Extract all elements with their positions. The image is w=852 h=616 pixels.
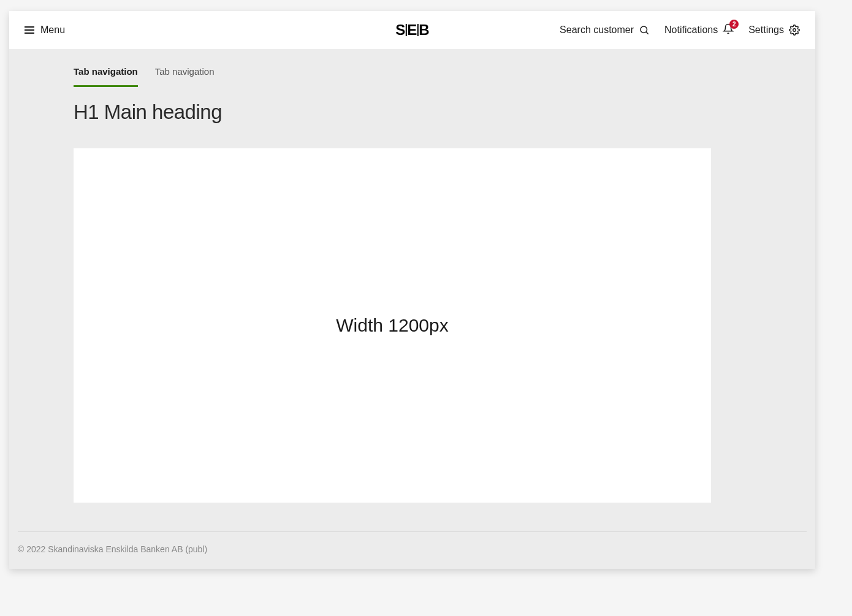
search-icon — [639, 25, 650, 36]
top-bar: Menu SEB Search customer Notifications — [9, 11, 815, 49]
menu-label: Menu — [40, 25, 65, 36]
tab-navigation-1[interactable]: Tab navigation — [74, 58, 138, 87]
content-area: Tab navigation Tab navigation H1 Main he… — [9, 49, 815, 503]
app-shell: Menu SEB Search customer Notifications — [9, 11, 815, 569]
bell-wrapper: 2 — [723, 23, 734, 37]
footer: © 2022 Skandinaviska Enskilda Banken AB … — [18, 531, 807, 554]
menu-button[interactable]: Menu — [25, 25, 65, 36]
logo-text: SEB — [395, 21, 428, 39]
notifications-button[interactable]: Notifications 2 — [664, 23, 734, 37]
card-text: Width 1200px — [336, 315, 448, 336]
svg-point-2 — [793, 29, 796, 32]
search-customer-button[interactable]: Search customer — [560, 25, 650, 36]
notifications-badge: 2 — [729, 20, 739, 29]
svg-line-1 — [646, 32, 648, 34]
copyright-text: © 2022 Skandinaviska Enskilda Banken AB … — [18, 544, 207, 554]
svg-point-0 — [641, 26, 647, 33]
notifications-label: Notifications — [664, 25, 718, 36]
tab-row: Tab navigation Tab navigation — [74, 49, 815, 87]
app-wrapper: Menu SEB Search customer Notifications — [0, 0, 852, 616]
settings-label: Settings — [748, 25, 784, 36]
tab-navigation-2[interactable]: Tab navigation — [155, 58, 215, 87]
search-customer-label: Search customer — [560, 25, 634, 36]
gear-icon — [789, 25, 800, 36]
hamburger-icon — [25, 26, 34, 34]
logo[interactable]: SEB — [395, 21, 428, 39]
content-card: Width 1200px — [74, 148, 711, 503]
top-actions: Search customer Notifications 2 — [560, 23, 800, 37]
settings-button[interactable]: Settings — [748, 25, 800, 36]
page-title: H1 Main heading — [74, 101, 815, 124]
